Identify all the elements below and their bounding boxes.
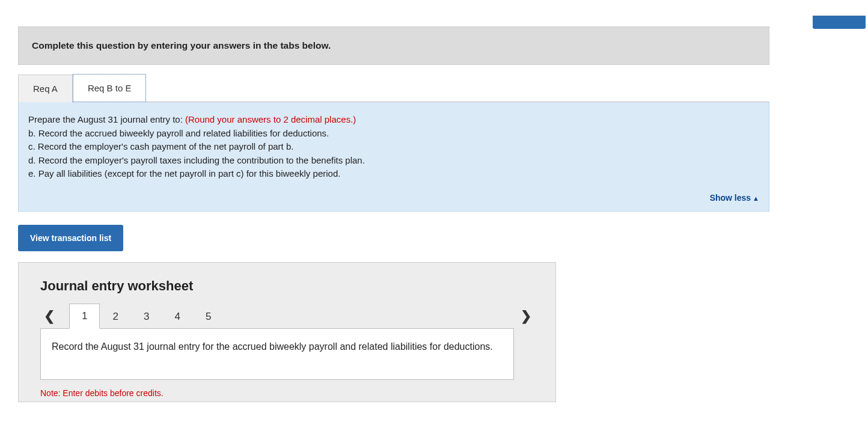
header-button-stub [813,16,866,29]
question-part-c: c. Record the employer's cash payment of… [28,140,759,154]
question-intro: Prepare the August 31 journal entry to: [28,114,185,124]
page-tab-5[interactable]: 5 [193,304,224,329]
show-less-label: Show less [710,193,751,203]
worksheet-pager: ❮ 1 2 3 4 5 ❯ [40,304,540,329]
question-intro-line: Prepare the August 31 journal entry to: … [28,113,759,127]
page-tab-4[interactable]: 4 [162,304,192,329]
worksheet-title: Journal entry worksheet [40,278,540,294]
req-tabs: Req A Req B to E [18,73,769,102]
round-note: (Round your answers to 2 decimal places.… [185,114,356,124]
page-tabs: 1 2 3 4 5 [69,304,224,329]
instruction-banner: Complete this question by entering your … [18,26,769,65]
debits-before-credits-note: Note: Enter debits before credits. [40,388,540,398]
chevron-right-icon[interactable]: ❯ [517,304,535,329]
chevron-left-icon[interactable]: ❮ [40,304,58,329]
question-part-e: e. Pay all liabilities (except for the n… [28,167,759,181]
caret-up-icon: ▲ [753,195,759,202]
question-panel: Prepare the August 31 journal entry to: … [18,102,769,212]
page-tab-2[interactable]: 2 [100,304,130,329]
question-part-b: b. Record the accrued biweekly payroll a… [28,127,759,141]
tab-req-a[interactable]: Req A [18,75,73,102]
show-less-toggle[interactable]: Show less▲ [28,193,759,203]
question-part-d: d. Record the employer's payroll taxes i… [28,154,759,168]
view-transaction-list-button[interactable]: View transaction list [18,225,123,251]
page-tab-3[interactable]: 3 [131,304,162,329]
journal-entry-prompt: Record the August 31 journal entry for t… [40,328,514,380]
tab-req-b-to-e[interactable]: Req B to E [73,74,147,102]
journal-worksheet-panel: Journal entry worksheet ❮ 1 2 3 4 5 ❯ Re… [18,262,556,402]
page-tab-1[interactable]: 1 [69,304,100,329]
